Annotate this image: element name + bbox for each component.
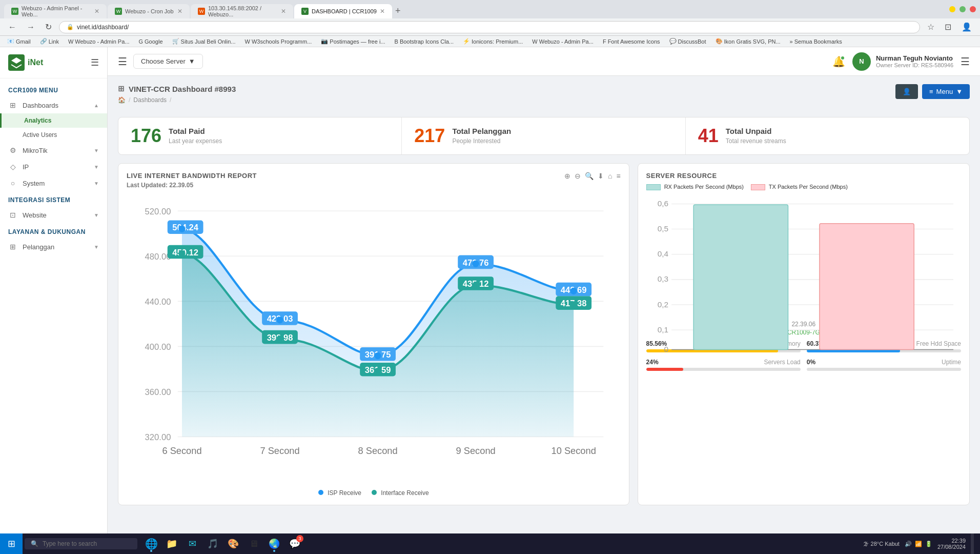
- header-menu-toggle[interactable]: ☰: [118, 55, 127, 68]
- taskbar-search[interactable]: 🔍: [25, 538, 137, 549]
- browser-tab-0[interactable]: W Webuzo - Admin Panel - Web... ✕: [4, 4, 107, 18]
- chart-control-download[interactable]: ⬇: [598, 172, 604, 180]
- svg-text:0,1: 0,1: [657, 325, 668, 334]
- bandwidth-last-updated: 22.39.05: [169, 182, 193, 189]
- page-content: ⊞ VINET-CCR Dashboard #8993 🏠 / Dashboar…: [108, 76, 980, 551]
- sidebar-toggle-button[interactable]: ☰: [91, 57, 99, 68]
- bookmark-link[interactable]: 🔗Link: [38, 37, 61, 45]
- server-bar-chart: 0,6 0,5 0,4 0,3 0,2 0,1 0: [646, 194, 961, 318]
- user-role: Owner Server ID: RES-580946: [876, 62, 953, 68]
- new-tab-button[interactable]: +: [393, 4, 403, 18]
- forward-button[interactable]: →: [24, 22, 38, 33]
- sidebar-item-system[interactable]: ○ System ▼: [0, 175, 107, 191]
- stats-row: 176 Total Paid Last year expenses 217 To…: [118, 117, 970, 155]
- sidebar-item-ip[interactable]: ◇ IP ▼: [0, 159, 107, 175]
- breadcrumb-home-icon[interactable]: 🏠: [118, 96, 126, 104]
- network-icon: 🔊: [905, 541, 912, 547]
- bookmarks-bar: 📧Gmail 🔗Link WWebuzo - Admin Pa... GGoog…: [0, 36, 980, 47]
- browser-tab-1[interactable]: W Webuzo - Cron Job ✕: [108, 4, 190, 18]
- user-info[interactable]: N Nurman Teguh Novianto Owner Server ID:…: [852, 52, 953, 71]
- whatsapp-badge: 3: [296, 535, 303, 542]
- tab-close-0[interactable]: ✕: [94, 8, 99, 15]
- notification-button[interactable]: 🔔: [832, 55, 845, 68]
- sidebar-item-website[interactable]: ⊡ Website ▼: [0, 207, 107, 223]
- chart-control-zoom-out[interactable]: ⊖: [575, 172, 581, 180]
- user-name: Nurman Teguh Novianto: [876, 54, 953, 62]
- server-resource-title: SERVER RESOURCE: [646, 172, 961, 180]
- sidebar-item-mikrotik[interactable]: ⚙ MikroTik ▼: [0, 142, 107, 159]
- bookmark-google[interactable]: GGoogle: [137, 38, 165, 45]
- stat-card-2: 41 Total Unpaid Total revenue streams: [686, 117, 969, 154]
- sidebar-item-analytics[interactable]: Analytics: [0, 113, 107, 128]
- taskbar-apps: 🌐 📁 ✉ 🎵 🎨 🖥 🌏 💬 3: [141, 534, 857, 551]
- taskbar-app-tiktok[interactable]: 🎵: [203, 534, 222, 551]
- show-desktop-button[interactable]: [971, 533, 974, 551]
- stat-sublabel-1: People Interested: [452, 137, 511, 145]
- sidebar-item-pelanggan[interactable]: ⊞ Pelanggan ▼: [0, 239, 107, 255]
- tab-close-1[interactable]: ✕: [177, 8, 182, 15]
- user-details: Nurman Teguh Novianto Owner Server ID: R…: [876, 54, 953, 68]
- browser-tab-2[interactable]: W 103.30.145.88:2002 / Webuzo... ✕: [191, 4, 293, 18]
- bookmark-discussbot[interactable]: 💬DiscussBot: [667, 37, 708, 45]
- header-hamburger-button[interactable]: ☰: [961, 55, 970, 68]
- user-action-button[interactable]: 👤: [895, 84, 918, 99]
- taskbar-app-edge[interactable]: 🌐: [141, 534, 161, 551]
- svg-text:0,2: 0,2: [657, 300, 668, 309]
- svg-point-39: [374, 352, 381, 359]
- svg-text:459.12: 459.12: [172, 248, 198, 258]
- bookmark-postimages[interactable]: 📷Postimages — free i...: [319, 37, 387, 45]
- bookmark-situs[interactable]: 🛒Situs Jual Beli Onlin...: [170, 37, 238, 45]
- close-button[interactable]: [970, 6, 976, 12]
- sidebar-item-dashboards[interactable]: ⊞ Dashboards ▲: [0, 97, 107, 113]
- bandwidth-chart-controls[interactable]: ⊕ ⊖ 🔍 ⬇ ⌂ ≡: [564, 172, 621, 180]
- back-button[interactable]: ←: [5, 22, 19, 33]
- ip-icon: ◇: [8, 163, 17, 171]
- tab-close-2[interactable]: ✕: [281, 8, 286, 15]
- browser-tab-3[interactable]: V DASHBOARD | CCR1009 ✕: [294, 4, 392, 18]
- bookmark-gmail[interactable]: 📧Gmail: [5, 37, 33, 45]
- bookmark-webuzo[interactable]: WWebuzo - Admin Pa...: [66, 38, 132, 45]
- taskbar-clock[interactable]: 22:39 27/08/2024: [937, 538, 966, 550]
- choose-server-dropdown[interactable]: Choose Server ▼: [133, 54, 203, 69]
- taskbar-app-mail[interactable]: ✉: [182, 534, 202, 551]
- taskbar-app-color[interactable]: 🎨: [223, 534, 243, 551]
- taskbar-start-button[interactable]: ⊞: [0, 533, 23, 551]
- taskbar-app-chrome[interactable]: 🌏: [264, 534, 284, 551]
- chart-control-zoom-in[interactable]: 🔍: [585, 172, 594, 180]
- stat-label-2: Total Unpaid: [726, 127, 786, 135]
- bookmark-ikon[interactable]: 🎨Ikon Gratis SVG, PN...: [713, 37, 783, 45]
- chart-control-reset[interactable]: ⊕: [564, 172, 570, 180]
- bookmark-ionicons[interactable]: ⚡Ionicons: Premium...: [461, 37, 525, 45]
- chart-control-menu[interactable]: ≡: [616, 172, 620, 180]
- bookmark-semua[interactable]: »Semua Bookmarks: [788, 38, 844, 45]
- bandwidth-chart-card: LIVE INTERNET BANDWIDTH REPORT Last Upda…: [118, 163, 629, 505]
- chrome-icon: 🌏: [269, 538, 280, 549]
- taskbar-search-input[interactable]: [43, 540, 125, 547]
- profile-button[interactable]: 👤: [958, 21, 975, 33]
- menu-action-icon: ≡: [929, 88, 933, 95]
- taskbar: ⊞ 🔍 🌐 📁 ✉ 🎵 🎨 🖥 🌏 💬 3: [0, 533, 980, 551]
- chart-control-home[interactable]: ⌂: [608, 172, 612, 180]
- bookmark-fontawesome[interactable]: FFont Awesome Icons: [601, 38, 662, 45]
- menu-action-button[interactable]: ≡ Menu ▼: [922, 84, 970, 99]
- bandwidth-chart-header: LIVE INTERNET BANDWIDTH REPORT Last Upda…: [127, 172, 621, 189]
- extensions-button[interactable]: ⊡: [942, 21, 954, 33]
- breadcrumb-dashboards[interactable]: Dashboards: [133, 96, 167, 104]
- sidebar-item-active-users[interactable]: Active Users: [0, 128, 107, 142]
- url-text: vinet.id/dashboard/: [77, 24, 129, 31]
- bookmark-webuzo2[interactable]: WWebuzo - Admin Pa...: [530, 38, 596, 45]
- reload-button[interactable]: ↻: [42, 21, 55, 33]
- page-title-icon: ⊞: [118, 84, 125, 93]
- bookmark-bootstrap[interactable]: BBootstrap Icons Cla...: [393, 38, 456, 45]
- bookmark-button[interactable]: ☆: [924, 21, 937, 33]
- minimize-button[interactable]: [949, 6, 955, 12]
- taskbar-app-explorer[interactable]: 📁: [162, 534, 181, 551]
- url-bar[interactable]: 🔒 vinet.id/dashboard/: [59, 21, 920, 33]
- bookmark-w3schools[interactable]: WW3schools Programm...: [243, 38, 314, 45]
- stat-sublabel-2: Total revenue streams: [726, 137, 786, 145]
- taskbar-app-monitor[interactable]: 🖥: [244, 534, 263, 551]
- bandwidth-chart-subtitle: Last Updated: 22.39.05: [127, 182, 257, 189]
- tab-close-3[interactable]: ✕: [380, 8, 385, 15]
- taskbar-app-whatsapp[interactable]: 💬 3: [285, 534, 304, 551]
- maximize-button[interactable]: [959, 6, 966, 12]
